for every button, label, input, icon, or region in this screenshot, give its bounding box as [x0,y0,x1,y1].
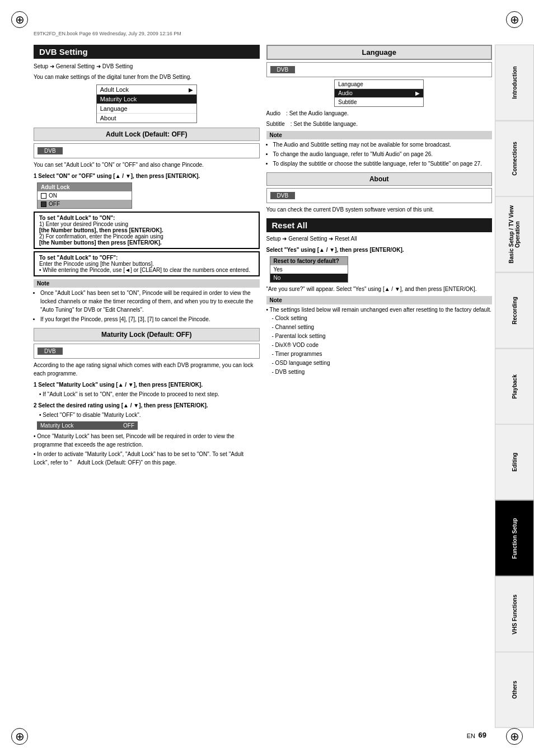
maturity-lock-row-label: Maturity Lock [40,422,73,429]
maturity-lock-body: According to the age rating signal which… [34,361,260,378]
reset-item-4: Timer programmes [272,350,493,359]
adult-lock-note-0: Once "Adult Lock" has been set to "ON", … [40,289,260,314]
reset-selection-title: Reset to factory default? [270,257,348,265]
header-text: E9TK2FD_EN.book Page 69 Wednesday, July … [34,31,181,36]
adult-lock-notes: Once "Adult Lock" has been set to "ON", … [34,289,260,323]
reset-note-label: Note [270,297,489,303]
reset-item-6: DVB setting [272,368,493,377]
maturity-lock-step2-sub: • Select "OFF" to disable "Maturity Lock… [39,411,260,419]
maturity-lock-row: Maturity Lock OFF [37,421,138,430]
reset-selection: Reset to factory default? Yes No [270,256,348,283]
adult-lock-header: Adult Lock (Default: OFF) [34,128,260,141]
adult-lock-to-off-box: To set "Adult Lock" to "OFF": Enter the … [34,251,260,276]
lang-menu-subtitle[interactable]: Subtitle [335,98,423,106]
about-header: About [266,172,493,186]
reset-dash-list: Clock setting Channel setting Parental l… [266,314,493,377]
sidebar-tab-vhs[interactable]: VHS Functions [495,576,534,652]
main-content: DVB Setting Setup ➜ General Setting ➜ DV… [34,45,492,728]
maturity-lock-dvb-badge: DVB [38,348,63,355]
reset-note-intro: • The settings listed below will remain … [266,306,493,314]
maturity-lock-step2: 2 Select the desired rating using [▲ / ▼… [34,401,260,410]
language-note-0: The Audio and Subtitle setting may not b… [273,140,493,149]
menu-arrow-adult: ▶ [189,87,193,93]
adult-lock-to-off-body2: • While entering the Pincode, use [◄] or… [39,267,254,273]
right-column: Language DVB Language Audio ▶ Subtitle A… [266,45,493,728]
maturity-lock-step1: 1 Select "Maturity Lock" using [▲ / ▼], … [34,381,260,389]
adult-lock-off[interactable]: OFF [38,200,132,208]
language-note-2: To display the subtitle or choose the su… [273,159,493,168]
dvb-main-menu: Adult Lock ▶ Maturity Lock Language Abou… [96,84,197,123]
adult-lock-note-1: If you forget the Pincode, press [4], [7… [40,315,260,323]
language-note-1: To change the audio language, refer to "… [273,150,493,158]
right-sidebar: Introduction Connections Basic Setup / T… [495,45,534,728]
corner-mark-br [506,728,523,745]
language-audio-desc: Audio : Set the Audio language. [266,109,493,118]
sidebar-tab-playback[interactable]: Playback [495,349,534,425]
sidebar-tab-connections[interactable]: Connections [495,121,534,197]
maturity-lock-header: Maturity Lock (Default: OFF) [34,328,260,341]
adult-lock-to-on-step2: 2) For confirmation, enter the Pincode a… [39,233,254,246]
adult-lock-step1: 1 Select "ON" or "OFF" using [▲ / ▼], th… [34,172,260,180]
language-note-label: Note [270,132,489,138]
reset-step: Select "Yes" using [▲ / ▼], then press [… [266,246,493,254]
corner-mark-tl [11,11,28,28]
language-dvb-badge: DVB [270,66,296,73]
menu-item-adult-lock[interactable]: Adult Lock ▶ [97,85,196,95]
reset-after-text: "Are you sure?" will appear. Select "Yes… [266,285,493,293]
maturity-lock-row-value: OFF [123,422,134,429]
corner-mark-bl [11,728,28,745]
language-header: Language [266,45,493,60]
dvb-setting-breadcrumb1: Setup ➜ General Setting ➜ DVB Setting [34,62,260,71]
about-dvb-container: DVB [266,188,493,203]
adult-lock-note-label: Note [37,280,256,287]
maturity-lock-note2: • In order to activate "Maturity Lock", … [34,450,260,467]
adult-lock-to-on-step1: 1) Enter your desired Pincode using [the… [39,221,254,233]
adult-lock-off-checkbox [41,201,46,207]
sidebar-tab-others[interactable]: Others [495,652,534,728]
sidebar-tab-recording[interactable]: Recording [495,273,534,349]
adult-lock-to-off-body1: Enter the Pincode using [the Number butt… [39,261,254,267]
reset-item-1: Channel setting [272,323,493,332]
dvb-setting-title: DVB Setting [34,45,260,59]
lang-audio-arrow: ▶ [415,90,420,96]
en-label: EN [467,732,475,739]
reset-item-5: OSD language setting [272,359,493,368]
about-dvb-badge: DVB [270,192,296,199]
sidebar-tab-editing[interactable]: Editing [495,424,534,500]
language-note-box: Note [266,131,493,139]
reset-no[interactable]: No [270,274,348,282]
corner-mark-tr [506,11,523,28]
about-body: You can check the current DVB system sof… [266,205,493,214]
adult-lock-on[interactable]: ON [38,191,132,200]
reset-yes[interactable]: Yes [270,265,348,274]
reset-all-title: Reset All [266,218,493,232]
menu-item-about[interactable]: About [97,114,196,123]
language-subtitle-desc: Subtitle : Set the Subtitle language. [266,120,493,128]
menu-item-maturity-lock[interactable]: Maturity Lock [97,95,196,104]
lang-menu-audio[interactable]: Audio ▶ [335,89,423,98]
menu-item-language[interactable]: Language [97,104,196,114]
left-column: DVB Setting Setup ➜ General Setting ➜ DV… [34,45,260,728]
reset-item-0: Clock setting [272,314,493,323]
adult-lock-to-off-title: To set "Adult Lock" to "OFF": [39,255,254,261]
lang-menu-language[interactable]: Language [335,80,423,89]
page-number: 69 [479,731,486,739]
sidebar-tab-basic-setup[interactable]: Basic Setup / TV View Operation [495,196,534,273]
maturity-lock-step1-sub: • If "Adult Lock" is set to "ON", enter … [39,390,260,398]
adult-lock-to-on-box: To set "Adult Lock" to "ON": 1) Enter yo… [34,212,260,249]
language-notes: The Audio and Subtitle setting may not b… [266,140,493,168]
adult-lock-to-on-title: To set "Adult Lock" to "ON": [39,215,254,221]
language-dvb-container: DVB [266,62,493,77]
reset-note-box: Note [266,296,493,304]
adult-lock-selection: Adult Lock ON OFF [37,182,132,209]
sidebar-tab-function-setup[interactable]: Function Setup [495,500,534,576]
adult-lock-on-checkbox [41,193,46,199]
adult-lock-body: You can set "Adult Lock" to "ON" or "OFF… [34,161,260,169]
adult-lock-dvb-badge: DVB [38,147,63,154]
reset-breadcrumb: Setup ➜ General Setting ➜ Reset All [266,234,493,243]
sidebar-tab-introduction[interactable]: Introduction [495,45,534,121]
language-menu: Language Audio ▶ Subtitle [334,79,424,107]
reset-item-3: DivX® VOD code [272,341,493,350]
adult-lock-title-row: Adult Lock [38,183,132,191]
reset-item-2: Parental lock setting [272,332,493,341]
